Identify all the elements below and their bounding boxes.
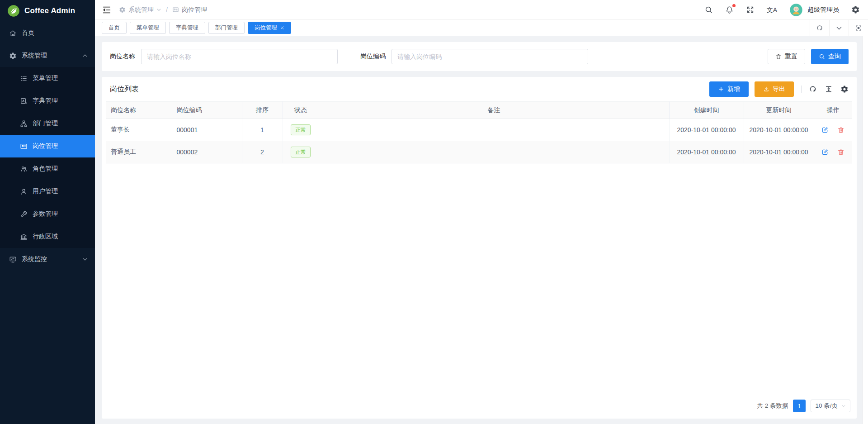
monitor-icon [9,256,17,263]
cell-post-code: 000001 [172,119,242,141]
sidebar-item-admin-region[interactable]: 行政区域 [0,225,95,248]
sidebar-item-label: 部门管理 [33,119,58,128]
search-icon[interactable] [704,5,713,14]
sidebar-item-user-mgmt[interactable]: 用户管理 [0,180,95,203]
sidebar-item-label: 行政区域 [33,233,58,241]
dictionary-icon [20,97,28,105]
post-code-input[interactable] [392,49,588,64]
user-icon [20,188,28,195]
sidebar-item-menu-mgmt[interactable]: 菜单管理 [0,67,95,90]
sidebar-item-dict-mgmt[interactable]: 字典管理 [0,90,95,112]
pagination: 共 2 条数据 1 10 条/页 [106,393,852,419]
cell-update-time: 2020-10-01 00:00:00 [744,141,814,163]
menu-fold-icon[interactable] [102,5,112,15]
gear-icon [119,6,126,13]
content-fullscreen-icon[interactable] [849,20,868,36]
download-icon [763,86,769,92]
col-create-time: 创建时间 [669,102,744,119]
toolbar-divider [801,86,802,93]
app-root: Coffee Admin 首页 系统管理 [0,0,868,424]
breadcrumb-item-post: 岗位管理 [172,6,207,14]
menu-list-icon [20,75,28,82]
sidebar-item-home[interactable]: 首页 [0,22,95,44]
breadcrumb-item-system[interactable]: 系统管理 [119,6,161,14]
sidebar-item-post-mgmt[interactable]: 岗位管理 [0,135,95,157]
tab-dict-mgmt[interactable]: 字典管理 [169,22,205,34]
home-icon [9,29,17,37]
translate-icon[interactable]: 文A [767,7,777,13]
wrench-icon [20,210,28,218]
tab-home[interactable]: 首页 [102,22,127,34]
col-update-time: 更新时间 [744,102,814,119]
scrollbar[interactable] [863,36,868,424]
cell-update-time: 2020-10-01 00:00:00 [744,119,814,141]
reset-button[interactable]: 重置 [768,49,805,64]
sidebar-item-label: 系统管理 [22,52,47,60]
edit-icon[interactable] [821,126,829,133]
tabs-refresh-icon[interactable] [810,20,829,36]
cell-sort: 1 [242,119,283,141]
add-button[interactable]: 新增 [709,81,749,97]
app-title: Coffee Admin [24,6,75,15]
avatar [789,3,803,17]
fullscreen-icon[interactable] [746,5,755,14]
cell-post-name: 普通员工 [106,141,172,163]
main-area: 系统管理 / 岗位管理 [95,0,868,424]
sidebar-item-label: 字典管理 [33,97,58,105]
card-header: 岗位列表 新增 导出 [106,77,852,101]
operation-divider [833,127,833,133]
cell-remark [319,141,669,163]
row-density-icon[interactable] [825,85,833,93]
tab-dept-mgmt[interactable]: 部门管理 [208,22,245,34]
cell-status: 正常 [283,141,319,163]
breadcrumb: 系统管理 / 岗位管理 [119,6,207,14]
search-actions: 重置 查询 [768,49,849,64]
sidebar-item-dept-mgmt[interactable]: 部门管理 [0,112,95,135]
edit-icon[interactable] [821,148,829,156]
tab-post-mgmt[interactable]: 岗位管理 [248,22,291,34]
delete-icon[interactable] [837,126,844,133]
topbar-actions: 文A 超级管理员 [704,3,860,17]
tab-label: 字典管理 [176,24,198,32]
sidebar-item-monitor[interactable]: 系统监控 [0,248,95,271]
sidebar: Coffee Admin 首页 系统管理 [0,0,95,424]
logo[interactable]: Coffee Admin [0,0,95,22]
cell-operations [814,141,852,163]
search-icon [819,53,825,60]
post-code-label: 岗位编码 [360,52,386,61]
sidebar-item-label: 系统监控 [22,255,47,263]
settings-gear-icon[interactable] [851,5,860,14]
bank-icon [20,233,28,241]
card-toolbar: 新增 导出 [709,81,849,97]
query-label: 查询 [828,52,841,61]
col-post-code: 岗位编码 [172,102,242,119]
breadcrumb-label: 岗位管理 [182,6,207,14]
close-icon[interactable] [280,26,284,30]
user-menu[interactable]: 超级管理员 [789,3,839,17]
user-name: 超级管理员 [807,6,839,14]
cell-status: 正常 [283,119,319,141]
post-name-input[interactable] [141,49,338,64]
delete-icon[interactable] [837,148,844,156]
cell-sort: 2 [242,141,283,163]
sidebar-item-param-mgmt[interactable]: 参数管理 [0,203,95,225]
plus-icon [718,86,724,92]
page-1-button[interactable]: 1 [793,400,806,412]
sidebar-item-role-mgmt[interactable]: 角色管理 [0,157,95,180]
notification-bell-icon[interactable] [725,5,734,14]
tabs-dropdown-icon[interactable] [829,20,849,36]
query-button[interactable]: 查询 [811,49,849,64]
sidebar-item-system[interactable]: 系统管理 [0,44,95,67]
tab-menu-mgmt[interactable]: 菜单管理 [130,22,166,34]
export-button[interactable]: 导出 [755,81,794,97]
column-settings-gear-icon[interactable] [840,85,849,93]
content-area: 岗位名称 岗位编码 重置 查询 [95,36,868,424]
page-size-select[interactable]: 10 条/页 [811,400,850,412]
sidebar-item-label: 角色管理 [33,165,58,173]
pagination-total: 共 2 条数据 [757,402,788,410]
refresh-icon[interactable] [809,85,817,93]
cell-operations [814,119,852,141]
table-header-row: 岗位名称 岗位编码 排序 状态 备注 创建时间 更新时间 操作 [106,102,852,119]
table-row: 普通员工 000002 2 正常 2020-10-01 00:00:00 202… [106,141,852,163]
operation-divider [833,149,833,155]
